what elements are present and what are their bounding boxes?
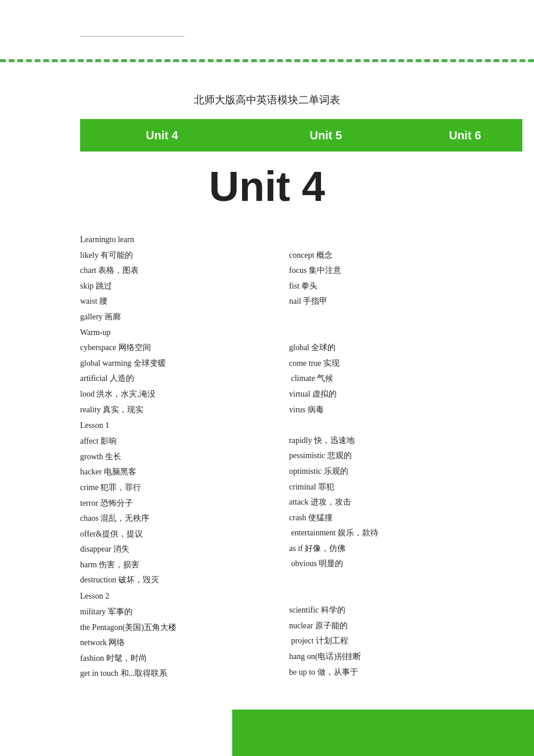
- list-item: network 网络: [80, 635, 254, 651]
- list-item: military 军事的: [80, 604, 254, 620]
- list-item: terror 恐怖分子: [80, 496, 254, 512]
- list-item: [289, 588, 457, 603]
- list-item: destruction 破坏，毁灭: [80, 573, 254, 588]
- list-item: virtual 虚拟的: [289, 387, 457, 402]
- section-label: Warm-up: [80, 325, 254, 341]
- list-item: [289, 572, 457, 588]
- list-item: [289, 417, 457, 433]
- list-item: optimistic 乐观的: [289, 464, 457, 480]
- tab-unit4[interactable]: Unit 4: [80, 120, 244, 152]
- list-item: nuclear 原子能的: [289, 618, 457, 634]
- page-container: 北师大版高中英语模块二单词表 Unit 4 Unit 5 Unit 6 Unit…: [0, 0, 534, 756]
- list-item: chaos 混乱，无秩序: [80, 511, 254, 527]
- list-item: project 计划工程: [289, 633, 457, 649]
- list-item: disappear 消失: [80, 542, 254, 557]
- list-item: global 全球的: [289, 340, 457, 356]
- list-item: hacker 电脑黑客: [80, 465, 254, 480]
- list-item: reality 真实，现实: [80, 402, 254, 418]
- list-item: get in touch 和...取得联系: [80, 666, 254, 682]
- list-item: come true 实现: [289, 356, 457, 372]
- right-column: concept 概念 focus 集中注意 fist 拳头 nail 手指甲 g…: [254, 232, 457, 682]
- list-item: likely 有可能的: [80, 248, 254, 264]
- list-item: chart 表格，图表: [80, 263, 254, 279]
- tab-bar: Unit 4 Unit 5 Unit 6: [80, 119, 522, 152]
- list-item: Learningto learn: [80, 232, 254, 248]
- list-item: global warming 全球变暖: [80, 356, 254, 372]
- list-item: hang on(电话)别挂断: [289, 649, 457, 665]
- list-item: skip 跳过: [80, 279, 254, 294]
- list-item: artificial 人造的: [80, 371, 254, 387]
- list-item: [289, 309, 457, 325]
- section-label: Lesson 1: [80, 417, 254, 434]
- top-decorative-line: [80, 36, 185, 37]
- list-item: crime 犯罪，罪行: [80, 480, 254, 496]
- list-item: harm 伤害，损害: [80, 557, 254, 573]
- list-item: climate 气候: [289, 371, 457, 387]
- list-item: virus 病毒: [289, 402, 457, 418]
- list-item: scientific 科学的: [289, 603, 457, 618]
- list-item: lood 洪水，水灾,淹没: [80, 387, 254, 402]
- list-item: affect 影响: [80, 434, 254, 449]
- list-item: obvious 明显的: [289, 556, 457, 572]
- unit-heading: Unit 4: [0, 163, 534, 210]
- vocab-columns: Learningto learn likely 有可能的 chart 表格，图表…: [80, 232, 499, 682]
- list-item: [289, 232, 457, 248]
- list-item: the Pentagon(美国)五角大楼: [80, 620, 254, 636]
- list-item: nail 手指甲: [289, 294, 457, 309]
- list-item: attack 进攻，攻击: [289, 495, 457, 510]
- list-item: crash 使猛撞: [289, 510, 457, 526]
- bottom-green-bar: [232, 710, 534, 756]
- list-item: entertainment 娱乐，款待: [289, 525, 457, 541]
- list-item: focus 集中注意: [289, 263, 457, 279]
- list-item: fist 拳头: [289, 279, 457, 294]
- dashed-border: [0, 59, 534, 63]
- list-item: concept 概念: [289, 248, 457, 264]
- section-label: Lesson 2: [80, 588, 254, 604]
- list-item: criminal 罪犯: [289, 480, 457, 495]
- list-item: waist 腰: [80, 294, 254, 309]
- list-item: be up to 做，从事于: [289, 665, 457, 681]
- list-item: rapidly 快，迅速地: [289, 433, 457, 449]
- page-title: 北师大版高中英语模块二单词表: [0, 93, 534, 107]
- tab-unit5[interactable]: Unit 5: [244, 120, 407, 152]
- list-item: gallery 画廊: [80, 309, 254, 325]
- list-item: cyberspace 网络空间: [80, 340, 254, 356]
- list-item: fashion 时髦，时尚: [80, 651, 254, 667]
- list-item: growth 生长: [80, 449, 254, 465]
- list-item: [289, 325, 457, 341]
- list-item: as if 好像，仿佛: [289, 541, 457, 557]
- vocab-content: Learningto learn likely 有可能的 chart 表格，图表…: [80, 232, 499, 682]
- list-item: offer&提供，提议: [80, 527, 254, 542]
- list-item: pessimistic 悲观的: [289, 448, 457, 464]
- left-column: Learningto learn likely 有可能的 chart 表格，图表…: [80, 232, 254, 682]
- tab-unit6[interactable]: Unit 6: [407, 120, 522, 152]
